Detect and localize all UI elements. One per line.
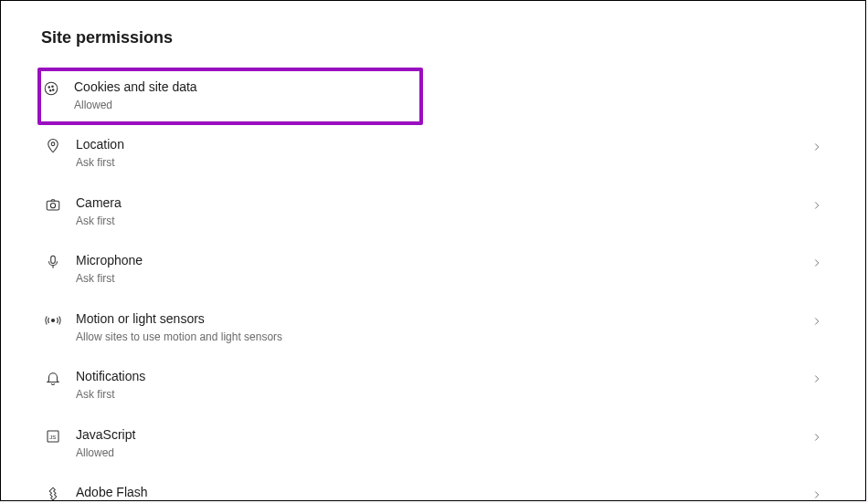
permission-subtitle: Allow sites to use motion and light sens… xyxy=(76,330,282,345)
permission-title: JavaScript xyxy=(76,426,135,444)
motion-icon xyxy=(43,310,63,330)
permission-subtitle: Allowed xyxy=(74,99,197,113)
javascript-icon: JS xyxy=(43,426,63,446)
svg-point-7 xyxy=(50,203,55,207)
location-icon xyxy=(43,136,63,156)
permission-text: Microphone Ask first xyxy=(76,252,143,286)
svg-point-1 xyxy=(48,86,50,88)
permission-subtitle: Ask first xyxy=(76,272,143,287)
permission-subtitle: Ask first xyxy=(76,156,124,171)
permission-title: Motion or light sensors xyxy=(76,310,282,328)
chevron-right-icon xyxy=(810,488,823,501)
microphone-icon xyxy=(43,252,63,272)
chevron-right-icon xyxy=(810,315,823,328)
permission-text: Cookies and site data Allowed xyxy=(74,79,197,112)
permission-javascript[interactable]: JS JavaScript Allowed xyxy=(41,415,825,473)
permission-microphone[interactable]: Microphone Ask first xyxy=(41,241,825,299)
svg-point-4 xyxy=(53,89,55,90)
permission-title: Camera xyxy=(76,194,122,212)
permission-subtitle: Ask first xyxy=(76,215,122,229)
permission-text: Camera Ask first xyxy=(76,194,122,228)
permission-title: Microphone xyxy=(76,252,143,269)
permission-location[interactable]: Location Ask first xyxy=(41,125,825,183)
permission-title: Cookies and site data xyxy=(74,79,197,96)
camera-icon xyxy=(43,194,63,215)
chevron-right-icon xyxy=(810,199,823,212)
cookie-icon xyxy=(41,79,61,99)
permission-camera[interactable]: Camera Ask first xyxy=(41,183,825,241)
svg-text:JS: JS xyxy=(49,435,56,440)
permission-cookies[interactable]: Cookies and site data Allowed xyxy=(37,68,423,125)
chevron-right-icon xyxy=(810,257,823,269)
flash-icon xyxy=(43,484,63,503)
permission-text: JavaScript Allowed xyxy=(76,426,135,460)
page-title: Site permissions xyxy=(41,28,825,47)
permission-text: Location Ask first xyxy=(76,136,124,170)
bell-icon xyxy=(43,368,63,388)
chevron-right-icon xyxy=(810,141,823,153)
permission-text: Adobe Flash Always block Flash (recommen… xyxy=(76,484,249,503)
permission-subtitle: Allowed xyxy=(76,446,135,461)
permission-notifications[interactable]: Notifications Ask first xyxy=(41,357,825,414)
permission-flash[interactable]: Adobe Flash Always block Flash (recommen… xyxy=(41,473,825,503)
chevron-right-icon xyxy=(810,372,823,385)
svg-rect-6 xyxy=(47,201,59,210)
svg-point-2 xyxy=(52,86,54,88)
permission-text: Notifications Ask first xyxy=(76,368,145,402)
permission-subtitle: Ask first xyxy=(76,388,145,403)
svg-rect-8 xyxy=(51,256,56,263)
svg-point-3 xyxy=(50,89,52,91)
permissions-list: Cookies and site data Allowed Location A… xyxy=(41,68,825,503)
svg-point-0 xyxy=(45,82,58,95)
permission-title: Notifications xyxy=(76,368,145,385)
permission-title: Location xyxy=(76,136,124,153)
settings-page: Site permissions Cookies and site data A… xyxy=(0,0,866,501)
chevron-right-icon xyxy=(810,431,823,444)
svg-point-10 xyxy=(52,319,55,321)
svg-point-5 xyxy=(51,142,55,146)
permission-title: Adobe Flash xyxy=(76,484,249,501)
permission-motion-sensors[interactable]: Motion or light sensors Allow sites to u… xyxy=(41,299,825,357)
permission-text: Motion or light sensors Allow sites to u… xyxy=(76,310,282,344)
